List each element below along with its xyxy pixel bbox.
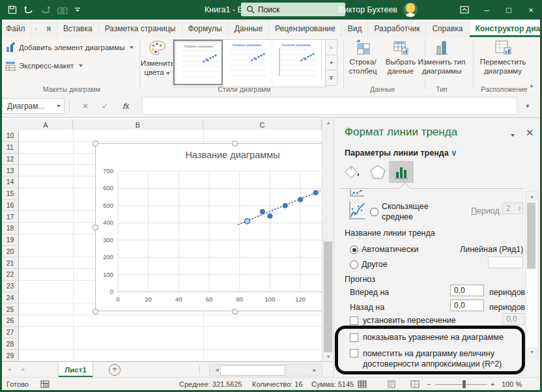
quick-layout-button[interactable]: Экспресс-макет [5, 61, 83, 71]
add-chart-element-button[interactable]: Добавить элемент диаграммы [5, 42, 134, 53]
sheet-nav-left-icon[interactable]: ◄ [2, 362, 16, 377]
backward-input[interactable]: 0,0 [450, 300, 484, 311]
chart-handle-bottom-left[interactable] [93, 309, 98, 315]
change-colors-button[interactable]: Изменитьцвета [141, 40, 173, 77]
pane-menu-chevron-icon[interactable] [509, 130, 515, 139]
gallery-down-icon[interactable]: ▼ [325, 55, 337, 71]
formula-input[interactable] [142, 97, 517, 115]
scroll-right-icon[interactable]: ► [307, 367, 322, 373]
row-header-19[interactable]: 19 [2, 234, 19, 246]
pane-section-header[interactable]: Параметры линии тренда ∨ [345, 148, 457, 158]
worksheet-grid[interactable]: ABC 101112131415161718192021222324252627… [2, 118, 322, 361]
period-spinner[interactable]: 2 ▲▼ [502, 203, 523, 214]
tab-page-layout[interactable]: Разметка страницы [99, 20, 182, 37]
row-header-12[interactable]: 12 [2, 154, 19, 165]
customize-qat-icon[interactable] [74, 7, 81, 13]
zoom-slider-track[interactable] [435, 384, 487, 385]
chart-handle-top-left[interactable] [93, 141, 98, 147]
zoom-out-icon[interactable]: − [427, 378, 431, 391]
new-sheet-button[interactable]: + [109, 364, 121, 376]
change-chart-type-button[interactable]: Изменить типдиаграммы [417, 40, 466, 76]
maximize-button[interactable]: □ [498, 0, 520, 20]
horizontal-scroll-thumb[interactable] [220, 365, 285, 376]
search-box[interactable]: Поиск [241, 3, 345, 16]
zoom-level[interactable]: 100 % [502, 378, 522, 391]
equation-checkbox[interactable] [350, 333, 358, 342]
chart-style-3[interactable]: Название диаграммы [272, 40, 322, 85]
ribbon-display-options-icon[interactable] [453, 0, 476, 20]
row-header-23[interactable]: 23 [2, 281, 19, 292]
vertical-scroll-thumb[interactable] [324, 242, 332, 352]
save-icon[interactable] [8, 5, 17, 14]
cancel-formula-icon[interactable]: ✕ [77, 98, 94, 114]
redo-icon[interactable] [40, 5, 51, 14]
move-chart-button[interactable]: Переместитьдиаграмму [477, 40, 529, 76]
pane-scroll-thumb[interactable] [527, 203, 535, 269]
row-header-26[interactable]: 26 [2, 315, 19, 327]
collapse-ribbon-icon[interactable]: ▲ [529, 83, 534, 89]
custom-name-radio[interactable] [350, 260, 358, 269]
tab-developer[interactable]: Разработчик [368, 20, 426, 37]
avatar[interactable] [403, 2, 418, 18]
column-header-A[interactable]: A [19, 119, 73, 130]
chart-style-1[interactable]: Название диаграммы [173, 40, 223, 85]
row-header-28[interactable]: 28 [2, 339, 19, 350]
row-header-11[interactable]: 11 [2, 142, 19, 154]
row-header-14[interactable]: 14 [2, 176, 19, 188]
auto-name-radio[interactable] [350, 245, 358, 254]
user-name[interactable]: Виктор Бухтеев [339, 5, 397, 14]
tab-formulas[interactable]: Формулы [182, 20, 229, 37]
pane-scrollbar[interactable]: ▲ ▼ [526, 191, 538, 357]
chart-style-2[interactable]: Название диаграммы [223, 40, 272, 85]
row-header-15[interactable]: 15 [2, 188, 19, 200]
trendline-options-tab-icon[interactable] [389, 161, 414, 183]
tab-data[interactable]: Данные [229, 20, 269, 37]
macro-record-icon[interactable] [40, 378, 50, 391]
r2-checkbox[interactable] [350, 349, 358, 357]
chart-title[interactable]: Название диаграммы [96, 150, 322, 160]
row-header-27[interactable]: 27 [2, 327, 19, 339]
undo-icon[interactable] [23, 5, 34, 14]
moving-average-radio[interactable] [370, 208, 378, 216]
zoom-slider-thumb[interactable] [463, 380, 466, 388]
chart-handle-mid-left[interactable] [93, 225, 98, 231]
row-header-25[interactable]: 25 [2, 303, 19, 315]
close-button[interactable]: × [520, 0, 542, 20]
horizontal-scrollbar[interactable]: ◄ ► [209, 364, 322, 376]
row-header-21[interactable]: 21 [2, 257, 19, 269]
minimize-button[interactable]: – [476, 0, 498, 20]
custom-name-input[interactable] [488, 257, 523, 268]
tab-scroll-left-icon[interactable]: ‹ [32, 20, 41, 37]
pane-scroll-down-icon[interactable]: ▼ [526, 347, 537, 357]
status-average[interactable]: Среднее: 321,5625 [179, 378, 242, 391]
camera-icon[interactable] [57, 6, 68, 14]
row-header-16[interactable]: 16 [2, 200, 19, 212]
forward-input[interactable]: 0,0 [450, 285, 484, 296]
row-header-10[interactable]: 10 [2, 130, 19, 142]
view-normal-icon[interactable] [358, 378, 367, 391]
vertical-scrollbar[interactable]: ▲ ▼ [322, 118, 334, 361]
tab-home-partial[interactable]: я [41, 20, 58, 37]
chart-object[interactable]: Название диаграммы 010020030040050060070… [95, 143, 322, 311]
status-sum[interactable]: Сумма: 5145 [311, 378, 354, 391]
row-header-22[interactable]: 22 [2, 269, 19, 281]
effects-tab-icon[interactable] [365, 161, 390, 183]
sheet-tab[interactable]: Лист1 [58, 362, 93, 377]
gallery-up-icon[interactable]: ▲ [325, 39, 337, 55]
enter-formula-icon[interactable]: ✓ [96, 98, 113, 114]
tab-insert[interactable]: Вставка [57, 20, 99, 37]
fill-line-tab-icon[interactable] [339, 161, 364, 183]
view-page-layout-icon[interactable] [387, 378, 396, 391]
tab-file[interactable]: Файл [0, 20, 32, 37]
chart-handle-bottom-mid[interactable] [232, 309, 238, 315]
status-count[interactable]: Количество: 16 [252, 378, 302, 391]
scroll-up-icon[interactable]: ▲ [322, 118, 334, 128]
formula-bar-expand-icon[interactable]: ▼ [521, 98, 534, 114]
row-header-29[interactable]: 29 [2, 350, 19, 361]
row-header-24[interactable]: 24 [2, 292, 19, 304]
pane-scroll-up-icon[interactable]: ▲ [526, 191, 537, 201]
chart-handle-top-mid[interactable] [232, 141, 238, 147]
row-header-13[interactable]: 13 [2, 165, 19, 176]
name-box[interactable]: Диаграм... [2, 98, 64, 114]
select-data-button[interactable]: Выбратьданные [383, 40, 418, 76]
